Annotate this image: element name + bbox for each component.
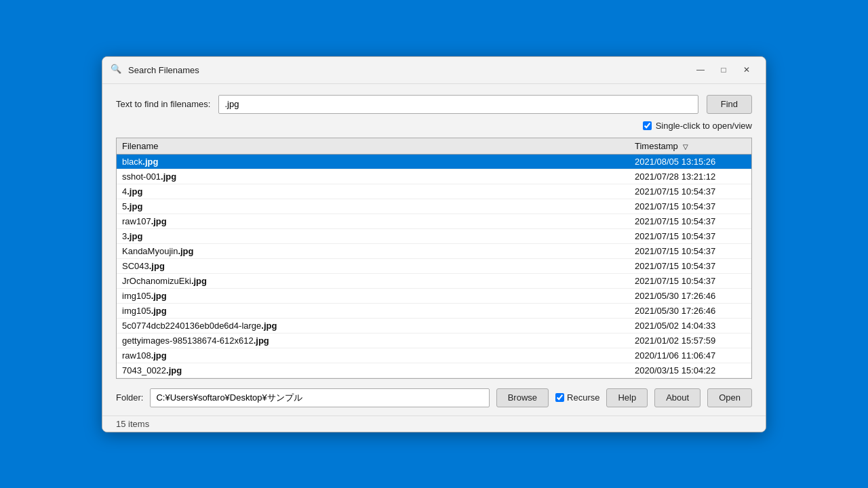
- timestamp-cell: 2021/05/30 17:26:46: [629, 303, 751, 318]
- filename-column-header[interactable]: Filename: [117, 138, 629, 155]
- table-row[interactable]: JrOchanomizuEki.jpg2021/07/15 10:54:37: [117, 273, 751, 288]
- filename-cell: img105.jpg: [117, 288, 629, 303]
- filename-cell: black.jpg: [117, 154, 629, 169]
- file-table-container: Filename Timestamp ▽ black.jpg2021/08/05…: [116, 138, 752, 379]
- filename-prefix: raw107: [122, 216, 151, 226]
- filename-prefix: 7043_0022: [122, 365, 166, 375]
- table-row[interactable]: 3.jpg2021/07/15 10:54:37: [117, 228, 751, 243]
- search-label: Text to find in filenames:: [116, 99, 210, 109]
- maximize-button[interactable]: □: [713, 62, 734, 78]
- timestamp-cell: 2021/07/28 13:21:12: [629, 169, 751, 184]
- filename-bold: .jpg: [254, 336, 269, 346]
- recurse-checkbox[interactable]: [555, 393, 564, 402]
- table-row[interactable]: raw108.jpg2020/11/06 11:06:47: [117, 348, 751, 363]
- timestamp-cell: 2021/07/15 10:54:37: [629, 214, 751, 228]
- help-button[interactable]: Help: [606, 388, 648, 407]
- filename-cell: img105.jpg: [117, 303, 629, 318]
- timestamp-cell: 2021/07/15 10:54:37: [629, 243, 751, 258]
- open-button[interactable]: Open: [707, 388, 752, 407]
- filename-prefix: img105: [122, 291, 151, 301]
- close-button[interactable]: ✕: [736, 62, 757, 78]
- table-row[interactable]: img105.jpg2021/05/30 17:26:46: [117, 303, 751, 318]
- find-button[interactable]: Find: [707, 95, 752, 114]
- minimize-button[interactable]: —: [690, 62, 711, 78]
- filename-bold: .jpg: [127, 231, 142, 241]
- filename-bold: .jpg: [191, 276, 207, 286]
- table-row[interactable]: img105.jpg2021/05/30 17:26:46: [117, 288, 751, 303]
- statusbar: 15 items: [102, 415, 766, 432]
- filename-prefix: raw108: [122, 350, 151, 361]
- filename-cell: 4.jpg: [117, 184, 629, 199]
- filename-bold: .jpg: [151, 350, 167, 361]
- table-row[interactable]: gettyimages-985138674-612x612.jpg2021/01…: [117, 333, 751, 348]
- filename-prefix: sshot-001: [122, 171, 161, 182]
- single-click-row: Single-click to open/view: [116, 121, 752, 131]
- timestamp-cell: 2020/11/06 11:06:47: [629, 348, 751, 363]
- table-row[interactable]: KandaMyoujin.jpg2021/07/15 10:54:37: [117, 243, 751, 258]
- filename-cell: raw107.jpg: [117, 214, 629, 228]
- filename-prefix: KandaMyoujin: [122, 246, 178, 256]
- filename-cell: sshot-001.jpg: [117, 169, 629, 184]
- timestamp-cell: 2021/08/05 13:15:26: [629, 154, 751, 169]
- timestamp-cell: 2020/03/15 15:04:22: [629, 363, 751, 378]
- table-row[interactable]: black.jpg2021/08/05 13:15:26: [117, 154, 751, 169]
- filename-prefix: SC043: [122, 261, 149, 271]
- timestamp-cell: 2021/07/15 10:54:37: [629, 273, 751, 288]
- single-click-checkbox[interactable]: [643, 121, 652, 130]
- filename-cell: KandaMyoujin.jpg: [117, 243, 629, 258]
- search-row: Text to find in filenames: Find: [116, 95, 752, 114]
- timestamp-cell: 2021/01/02 15:57:59: [629, 333, 751, 348]
- table-row[interactable]: 7043_0022.jpg2020/03/15 15:04:22: [117, 363, 751, 378]
- filename-bold: .jpg: [127, 201, 142, 211]
- file-table-body: black.jpg2021/08/05 13:15:26sshot-001.jp…: [117, 154, 751, 378]
- filename-bold: .jpg: [161, 171, 176, 182]
- timestamp-cell: 2021/07/15 10:54:37: [629, 199, 751, 214]
- folder-label: Folder:: [116, 392, 143, 403]
- filename-bold: .jpg: [151, 291, 167, 301]
- table-row[interactable]: raw107.jpg2021/07/15 10:54:37: [117, 214, 751, 228]
- main-window: 🔍 Search Filenames — □ ✕ Text to find in…: [102, 56, 766, 432]
- table-row[interactable]: 5c0774dcb2240136eb0de6d4-large.jpg2021/0…: [117, 318, 751, 333]
- filename-bold: .jpg: [178, 246, 193, 256]
- table-header-row: Filename Timestamp ▽: [117, 138, 751, 155]
- filename-bold: .jpg: [261, 321, 277, 331]
- filename-cell: 5.jpg: [117, 199, 629, 214]
- window-title: Search Filenames: [128, 65, 684, 75]
- filename-prefix: JrOchanomizuEki: [122, 276, 191, 286]
- filename-bold: .jpg: [149, 261, 165, 271]
- filename-prefix: 5c0774dcb2240136eb0de6d4-large: [122, 321, 261, 331]
- table-row[interactable]: 5.jpg2021/07/15 10:54:37: [117, 199, 751, 214]
- filename-bold: .jpg: [151, 306, 167, 316]
- filename-cell: raw108.jpg: [117, 348, 629, 363]
- recurse-label-text: Recurse: [567, 392, 599, 403]
- timestamp-column-header[interactable]: Timestamp ▽: [629, 138, 751, 155]
- filename-bold: .jpg: [142, 157, 158, 167]
- filename-cell: 7043_0022.jpg: [117, 363, 629, 378]
- about-button[interactable]: About: [654, 388, 701, 407]
- filename-bold: .jpg: [166, 365, 182, 375]
- table-row[interactable]: sshot-001.jpg2021/07/28 13:21:12: [117, 169, 751, 184]
- table-row[interactable]: 4.jpg2021/07/15 10:54:37: [117, 184, 751, 199]
- folder-input[interactable]: [150, 388, 489, 407]
- filename-bold: .jpg: [127, 186, 142, 197]
- statusbar-text: 15 items: [116, 419, 149, 429]
- timestamp-cell: 2021/07/15 10:54:37: [629, 184, 751, 199]
- search-input[interactable]: [218, 95, 698, 114]
- sort-arrow-icon: ▽: [683, 143, 688, 150]
- table-row[interactable]: SC043.jpg2021/07/15 10:54:37: [117, 258, 751, 273]
- window-controls: — □ ✕: [690, 62, 757, 78]
- filename-cell: JrOchanomizuEki.jpg: [117, 273, 629, 288]
- browse-button[interactable]: Browse: [496, 388, 549, 407]
- filename-cell: gettyimages-985138674-612x612.jpg: [117, 333, 629, 348]
- filename-cell: 5c0774dcb2240136eb0de6d4-large.jpg: [117, 318, 629, 333]
- filename-cell: 3.jpg: [117, 228, 629, 243]
- filename-cell: SC043.jpg: [117, 258, 629, 273]
- recurse-label: Recurse: [555, 392, 599, 403]
- bottom-row: Folder: Browse Recurse Help About Open: [116, 386, 752, 407]
- timestamp-cell: 2021/05/30 17:26:46: [629, 288, 751, 303]
- filename-bold: .jpg: [151, 216, 167, 226]
- filename-prefix: img105: [122, 306, 151, 316]
- filename-prefix: black: [122, 157, 142, 167]
- single-click-label: Single-click to open/view: [656, 121, 752, 131]
- timestamp-cell: 2021/07/15 10:54:37: [629, 228, 751, 243]
